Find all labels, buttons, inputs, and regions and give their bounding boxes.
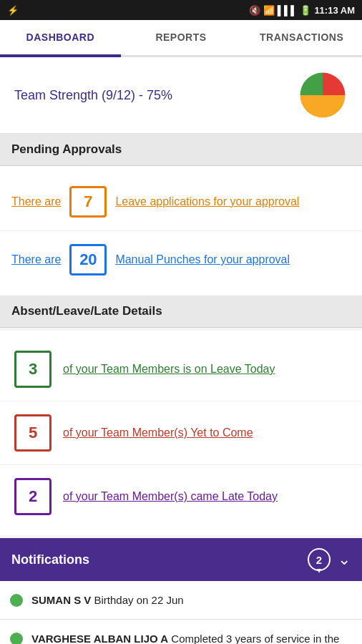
signal-icon: ▌▌▌ — [278, 5, 298, 16]
notif-name-0: SUMAN S V — [31, 594, 91, 606]
leave-applications-link[interactable]: Leave applications for your approval — [115, 195, 299, 208]
there-are-leave-link[interactable]: There are — [11, 195, 61, 208]
battery-icon: 🔋 — [300, 5, 311, 16]
chevron-down-icon[interactable]: ⌄ — [338, 550, 351, 569]
team-strength-label: Team Strength (9/12) - 75% — [14, 88, 172, 103]
absent-row-late: 2 of your Team Member(s) came Late Today — [0, 464, 362, 528]
approval-row-leave: There are 7 Leave applications for your … — [0, 173, 362, 230]
manual-punches-link[interactable]: Manual Punches for your approval — [115, 253, 290, 266]
absent-row-leave: 3 of your Team Members is on Leave Today — [0, 338, 362, 401]
notif-item-0: SUMAN S V Birthday on 22 Jun — [0, 581, 362, 620]
tab-bar: DASHBOARD REPORTS TRANSACTIONS — [0, 20, 362, 57]
team-strength-chart — [298, 70, 348, 120]
leave-count-box: 7 — [69, 186, 107, 218]
status-left: ⚡ — [7, 5, 19, 16]
approvals-section: There are 7 Leave applications for your … — [0, 166, 362, 296]
team-strength-section: Team Strength (9/12) - 75% — [0, 57, 362, 134]
absent-row-yet-to-come: 5 of your Team Member(s) Yet to Come — [0, 401, 362, 464]
notifications-list: SUMAN S V Birthday on 22 Jun VARGHESE AL… — [0, 581, 362, 644]
absent-section: 3 of your Team Members is on Leave Today… — [0, 331, 362, 535]
usb-icon: ⚡ — [7, 5, 19, 16]
time-display: 11:13 AM — [314, 5, 355, 16]
notifications-title: Notifications — [11, 552, 89, 567]
absent-leave-header: Absent/Leave/Late Details — [0, 296, 362, 328]
punches-count-box: 20 — [69, 244, 107, 275]
yet-to-come-link[interactable]: of your Team Member(s) Yet to Come — [63, 426, 253, 439]
yet-to-come-count-box: 5 — [14, 414, 52, 452]
pending-approvals-header: Pending Approvals — [0, 134, 362, 166]
tab-reports[interactable]: REPORTS — [121, 20, 242, 55]
leave-today-count-box: 3 — [14, 351, 52, 388]
notif-dot-0 — [10, 594, 23, 607]
approval-row-punches: There are 20 Manual Punches for your app… — [0, 230, 362, 288]
notif-text-1: VARGHESE ALBAN LIJO A Completed 3 years … — [31, 631, 352, 644]
leave-today-link[interactable]: of your Team Members is on Leave Today — [63, 363, 275, 376]
mute-icon: 🔇 — [249, 5, 260, 16]
there-are-punches-link[interactable]: There are — [11, 253, 61, 266]
notif-detail-0: Birthday on 22 Jun — [94, 594, 184, 606]
tab-transactions[interactable]: TRANSACTIONS — [241, 20, 362, 55]
notif-text-0: SUMAN S V Birthday on 22 Jun — [31, 592, 184, 608]
notifications-right: 2 ⌄ — [308, 548, 351, 571]
came-late-link[interactable]: of your Team Member(s) came Late Today — [63, 490, 278, 503]
notif-dot-1 — [10, 633, 23, 644]
status-bar: ⚡ 🔇 📶 ▌▌▌ 🔋 11:13 AM — [0, 0, 362, 20]
notifications-header: Notifications 2 ⌄ — [0, 538, 362, 581]
notif-item-1: VARGHESE ALBAN LIJO A Completed 3 years … — [0, 620, 362, 644]
notification-badge: 2 — [308, 548, 331, 571]
notif-name-1: VARGHESE ALBAN LIJO A — [31, 633, 168, 644]
status-right: 🔇 📶 ▌▌▌ 🔋 11:13 AM — [249, 5, 355, 16]
came-late-count-box: 2 — [14, 478, 52, 515]
tab-dashboard[interactable]: DASHBOARD — [0, 20, 121, 57]
wifi-icon: 📶 — [263, 5, 275, 16]
